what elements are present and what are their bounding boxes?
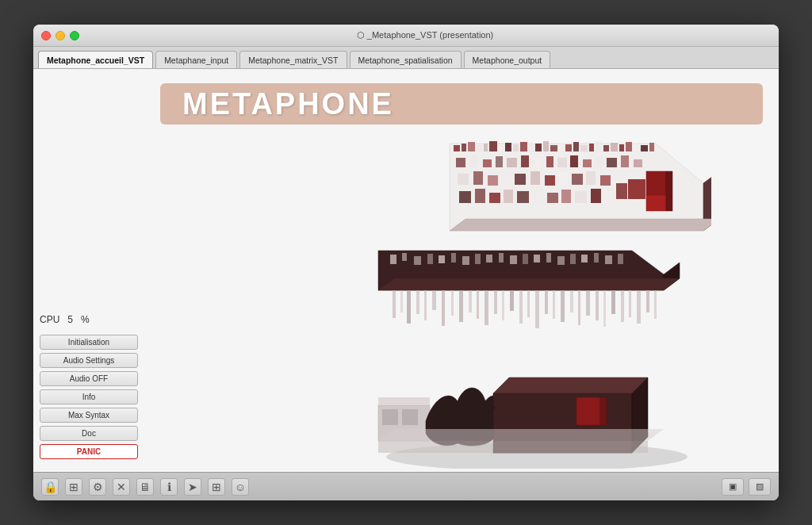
svg-rect-40 [583,159,592,167]
svg-rect-85 [523,254,528,264]
grid-icon[interactable]: ⊞ [208,478,225,496]
svg-rect-43 [621,155,629,167]
svg-rect-22 [596,141,602,151]
svg-rect-35 [521,155,529,167]
svg-rect-103 [469,290,472,312]
panic-button[interactable]: PANIC [40,444,138,459]
monitor-icon[interactable]: 🖥 [136,478,154,496]
svg-rect-61 [459,191,471,203]
svg-rect-39 [570,155,578,167]
svg-rect-78 [439,255,445,263]
svg-rect-18 [565,144,572,151]
tab-input[interactable]: Metaphane_input [155,51,237,68]
svg-rect-107 [502,290,504,320]
svg-rect-136 [378,441,648,453]
svg-rect-110 [527,290,530,317]
svg-rect-109 [519,290,523,324]
svg-rect-97 [416,290,419,314]
settings-icon[interactable]: ⚙ [89,478,106,496]
max-syntax-button[interactable]: Max Syntax [40,408,138,423]
svg-rect-4 [462,144,466,151]
lock-icon[interactable]: 🔒 [41,478,59,496]
audio-off-button[interactable]: Audio OFF [40,371,138,386]
face-icon[interactable]: ☺ [232,478,249,496]
svg-marker-73 [378,278,680,290]
svg-rect-59 [586,171,596,185]
svg-rect-93 [618,254,623,264]
svg-rect-33 [496,156,503,167]
cpu-label: CPU [40,314,59,325]
metaphone-banner: METAPHONE [160,83,763,125]
svg-rect-69 [575,191,587,203]
svg-rect-89 [570,254,576,264]
svg-rect-58 [572,174,583,185]
svg-rect-41 [596,156,603,167]
svg-rect-21 [589,144,594,151]
cpu-value: 5 [67,314,73,325]
svg-rect-84 [510,255,517,264]
arrow-icon[interactable]: ➤ [184,478,201,496]
svg-rect-123 [637,290,641,324]
svg-rect-37 [546,156,553,167]
svg-rect-120 [611,290,615,314]
svg-rect-102 [459,290,463,322]
info-icon[interactable]: ℹ [160,478,178,496]
svg-rect-74 [390,255,396,264]
svg-rect-28 [641,145,648,151]
svg-rect-113 [553,290,555,319]
svg-rect-94 [393,290,396,318]
svg-rect-129 [382,409,398,425]
svg-rect-9 [499,145,504,151]
3d-svg [299,128,711,469]
svg-rect-108 [510,290,514,311]
svg-rect-44 [634,159,642,167]
info-button[interactable]: Info [40,389,138,404]
minimize-button[interactable] [56,31,65,40]
close-button[interactable] [41,31,51,40]
svg-rect-75 [402,253,407,261]
svg-rect-63 [489,193,500,203]
titlebar: ⬡ _Metaphone_VST (presentation) [33,25,779,47]
svg-rect-119 [603,290,606,327]
close-x-icon[interactable]: ✕ [113,478,130,496]
doc-button[interactable]: Doc [40,426,138,441]
tab-accueil[interactable]: Metaphone_accueil_VST [38,51,153,68]
tab-output[interactable]: Metaphone_output [464,51,551,68]
svg-rect-122 [629,290,631,317]
svg-rect-121 [621,290,624,322]
svg-rect-45 [646,171,666,195]
tab-matrix[interactable]: Metaphone_matrix_VST [239,51,347,68]
maximize-button[interactable] [70,31,79,40]
svg-rect-51 [473,171,483,185]
svg-rect-67 [547,193,558,203]
svg-rect-13 [529,145,534,151]
3d-illustration [239,132,771,464]
svg-rect-20 [580,145,588,151]
svg-rect-88 [557,256,565,265]
svg-rect-32 [483,159,492,167]
cpu-unit: % [81,314,90,325]
svg-rect-36 [534,159,542,167]
window-title: ⬡ _Metaphone_VST (presentation) [79,30,771,40]
svg-rect-65 [517,191,529,203]
svg-rect-130 [402,409,418,425]
tabbar: Metaphone_accueil_VST Metaphane_input Me… [33,47,779,69]
audio-settings-button[interactable]: Audio Settings [40,353,138,368]
svg-rect-125 [654,290,657,319]
svg-rect-64 [504,190,513,203]
svg-rect-26 [626,142,632,151]
main-window: ⬡ _Metaphone_VST (presentation) Metaphon… [33,25,779,500]
copy-icon[interactable]: ⊞ [65,478,82,496]
right-btn-2[interactable]: ▨ [749,478,771,496]
svg-rect-95 [400,290,403,312]
svg-rect-29 [649,143,654,151]
svg-rect-6 [477,145,482,151]
right-btn-1[interactable]: ▣ [722,478,744,496]
svg-rect-60 [600,175,611,186]
svg-rect-134 [576,397,600,425]
svg-rect-8 [489,141,497,151]
traffic-lights [41,31,79,40]
tab-spatialisation[interactable]: Metaphone_spatialisation [350,51,462,68]
svg-rect-116 [578,290,580,325]
init-button[interactable]: Initialisation [40,335,138,350]
